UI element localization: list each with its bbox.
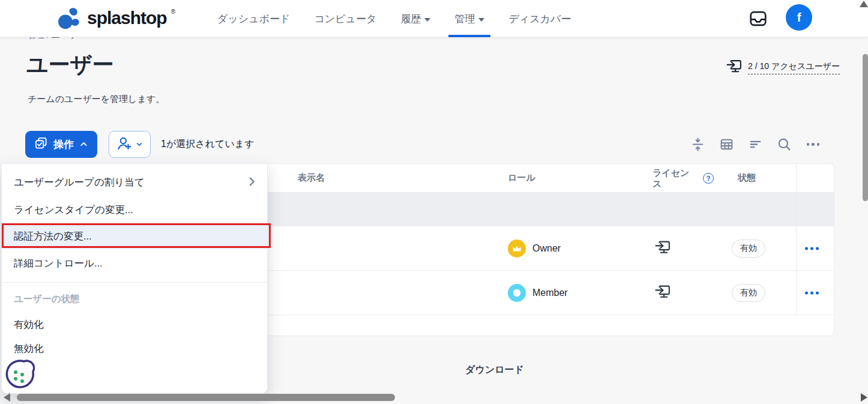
page-title: ユーザー xyxy=(26,50,114,80)
add-user-icon xyxy=(116,136,132,153)
column-header-display-name[interactable]: 表示名 xyxy=(298,172,325,184)
license-help-icon[interactable]: ? xyxy=(703,173,714,184)
splashtop-logo[interactable]: splashtop ® xyxy=(56,5,175,35)
nav-item-management[interactable]: 管理 xyxy=(454,0,484,37)
menu-item-label: 詳細コントロール... xyxy=(14,257,103,270)
inbox-icon[interactable] xyxy=(749,9,768,28)
submenu-chevron-icon xyxy=(249,177,255,188)
actions-column-divider xyxy=(796,164,797,315)
top-navbar: splashtop ® ダッシュボード コンピュータ 履歴 管理 ディスカバー xyxy=(0,0,868,37)
selection-status: 1が選択されています xyxy=(161,131,255,158)
nav-label: 履歴 xyxy=(400,12,421,26)
owner-crown-icon xyxy=(508,240,526,258)
page-subtitle: チームのユーザーを管理します。 xyxy=(28,94,164,105)
cookie-watermark-icon xyxy=(4,358,36,395)
scroll-left-arrow[interactable] xyxy=(4,393,10,402)
role-label: Member xyxy=(532,288,568,298)
menu-item-label: 無効化 xyxy=(14,342,44,355)
table-view-icon[interactable] xyxy=(719,137,734,152)
column-header-license[interactable]: ライセンス xyxy=(653,167,692,189)
nav-label: ディスカバー xyxy=(508,12,571,26)
license-icon[interactable] xyxy=(655,283,671,302)
nav-label: コンピュータ xyxy=(314,12,376,26)
nav-item-computers[interactable]: コンピュータ xyxy=(314,0,376,37)
registered-mark: ® xyxy=(171,8,175,15)
users-admin-page: 管理 / ユーザー splashtop ® ダッシュボード コンピュー xyxy=(0,0,868,404)
row-more-icon[interactable] xyxy=(805,247,819,250)
column-header-status[interactable]: 状態 xyxy=(738,172,756,184)
column-header-role[interactable]: ロール xyxy=(508,172,535,184)
actions-button-label: 操作 xyxy=(53,137,74,151)
menu-item-enable[interactable]: 有効化 xyxy=(2,313,267,337)
horizontal-scrollbar-thumb[interactable] xyxy=(17,394,395,401)
access-users-link[interactable]: 2 / 10 アクセスユーザー xyxy=(726,58,840,77)
menu-item-change-license-type[interactable]: ライセンスタイプの変更... xyxy=(2,197,267,223)
role-label: Owner xyxy=(532,243,561,254)
menu-item-label: 有効化 xyxy=(14,318,44,331)
nav-item-dashboard[interactable]: ダッシュボード xyxy=(217,0,290,37)
nav-item-logs[interactable]: 履歴 xyxy=(400,0,430,37)
menu-item-delete[interactable]: 削除 xyxy=(2,364,267,388)
member-role-icon xyxy=(508,284,526,302)
menu-item-label: ユーザーグループの割り当て xyxy=(14,176,145,189)
access-user-icon xyxy=(726,58,743,77)
bulk-actions-icon xyxy=(34,136,48,153)
main-nav: ダッシュボード コンピュータ 履歴 管理 ディスカバー xyxy=(217,0,571,37)
menu-item-label: ライセンスタイプの変更... xyxy=(14,204,133,217)
vertical-scrollbar-thumb[interactable] xyxy=(863,54,868,201)
footer-download-heading: ダウンロード xyxy=(465,364,524,376)
menu-item-disable[interactable]: 無効化 xyxy=(2,337,267,361)
status-badge: 有効 xyxy=(732,240,765,258)
chevron-down-icon xyxy=(136,140,143,149)
access-users-count: 2 / 10 アクセスユーザー xyxy=(748,61,840,74)
collapse-rows-icon[interactable] xyxy=(690,137,705,152)
menu-item-assign-user-group[interactable]: ユーザーグループの割り当て xyxy=(2,169,267,196)
caret-down-icon xyxy=(424,18,430,22)
table-toolbar xyxy=(690,131,821,158)
filter-icon[interactable] xyxy=(748,137,763,152)
chevron-up-icon xyxy=(79,139,88,151)
row-more-icon[interactable] xyxy=(805,291,819,294)
menu-item-granular-control[interactable]: 詳細コントロール... xyxy=(2,250,267,277)
add-user-button[interactable] xyxy=(109,131,151,158)
menu-section-user-status: ユーザーの状態 xyxy=(2,287,267,311)
nav-item-discover[interactable]: ディスカバー xyxy=(508,0,571,37)
menu-item-change-auth-method[interactable]: 認証方法の変更... xyxy=(2,224,267,249)
user-avatar[interactable]: f xyxy=(786,4,812,31)
license-icon[interactable] xyxy=(655,239,671,258)
more-options-icon[interactable] xyxy=(806,137,821,152)
actions-dropdown-menu: ユーザーグループの割り当て ライセンスタイプの変更... 認証方法の変更... … xyxy=(1,163,268,394)
nav-label: 管理 xyxy=(454,12,475,26)
caret-down-icon xyxy=(478,18,484,22)
brand-wordmark: splashtop xyxy=(87,5,167,31)
actions-button[interactable]: 操作 xyxy=(25,131,97,158)
menu-item-label: 認証方法の変更... xyxy=(14,230,92,243)
active-tab-indicator xyxy=(448,35,490,37)
scroll-right-arrow[interactable] xyxy=(861,393,867,402)
status-badge: 有効 xyxy=(732,284,765,302)
nav-label: ダッシュボード xyxy=(217,12,290,26)
scroll-up-arrow[interactable] xyxy=(860,1,868,7)
splashtop-splat-icon xyxy=(56,5,83,35)
menu-divider xyxy=(2,282,267,283)
search-icon[interactable] xyxy=(777,137,792,152)
